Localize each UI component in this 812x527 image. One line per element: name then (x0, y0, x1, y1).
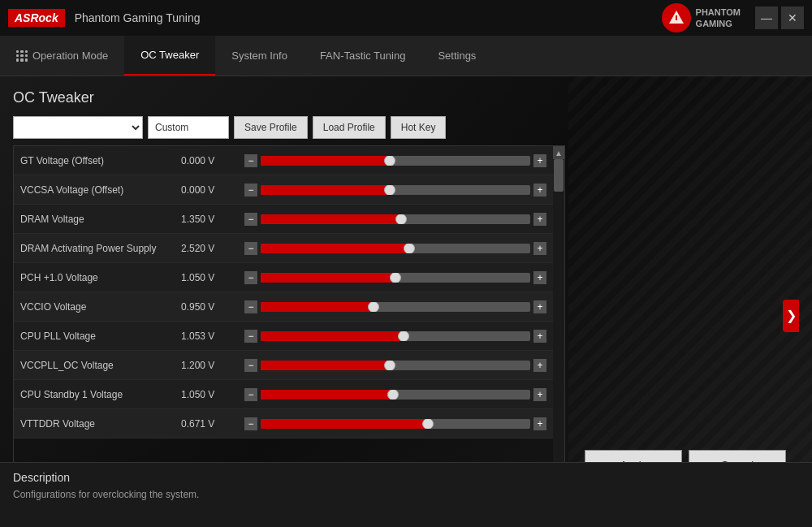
titlebar-right: PHANTOM GAMING — ✕ (662, 3, 804, 32)
table-row: VCCPLL_OC Voltage 1.200 V − + (14, 351, 553, 380)
slider-track[interactable] (261, 214, 530, 224)
tab-oc-tweaker[interactable]: OC Tweaker (124, 36, 215, 76)
table-row: PCH +1.0 Voltage 1.050 V − + (14, 263, 553, 292)
slider-fill (261, 244, 409, 253)
param-name: CPU Standby 1 Voltage (20, 389, 175, 400)
param-value: 1.350 V (181, 214, 238, 225)
slider-plus-button[interactable]: + (533, 300, 546, 313)
slider-minus-button[interactable]: − (244, 213, 257, 226)
slider-container: − + (244, 388, 546, 401)
slider-thumb (404, 244, 415, 253)
slider-track[interactable] (261, 156, 530, 166)
slider-thumb (390, 273, 401, 283)
slider-container: − + (244, 271, 546, 284)
slider-minus-button[interactable]: − (244, 271, 257, 284)
load-profile-button[interactable]: Load Profile (313, 116, 386, 139)
slider-minus-button[interactable]: − (244, 154, 257, 167)
slider-minus-button[interactable]: − (244, 359, 257, 372)
close-button[interactable]: ✕ (781, 6, 804, 29)
toolbar-row: Save Profile Load Profile Hot Key (13, 116, 799, 139)
table-row: VCCSA Voltage (Offset) 0.000 V − + (14, 175, 553, 205)
params-table: GT Voltage (Offset) 0.000 V − + VCCSA Vo… (14, 146, 553, 485)
slider-fill (261, 361, 390, 370)
params-table-container: GT Voltage (Offset) 0.000 V − + VCCSA Vo… (13, 145, 565, 486)
param-value: 0.000 V (181, 184, 238, 196)
slider-plus-button[interactable]: + (533, 359, 546, 372)
param-name: PCH +1.0 Voltage (20, 272, 175, 283)
param-name: DRAM Voltage (20, 214, 175, 225)
slider-container: − + (244, 359, 546, 372)
slider-track[interactable] (261, 419, 530, 429)
slider-fill (261, 185, 390, 195)
slider-minus-button[interactable]: − (244, 242, 257, 255)
window-controls: — ✕ (755, 6, 804, 29)
scroll-up-button[interactable]: ▲ (553, 146, 564, 159)
tab-settings[interactable]: Settings (421, 36, 492, 76)
slider-track[interactable] (261, 390, 530, 400)
slider-plus-button[interactable]: + (533, 154, 546, 167)
table-row: CPU Standby 1 Voltage 1.050 V − + (14, 380, 553, 409)
scroll-thumb (554, 159, 564, 192)
hot-key-button[interactable]: Hot Key (391, 116, 447, 139)
table-row: CPU PLL Voltage 1.053 V − + (14, 322, 553, 351)
slider-track[interactable] (261, 361, 530, 370)
slider-minus-button[interactable]: − (244, 388, 257, 401)
slider-fill (261, 419, 428, 429)
slider-track[interactable] (261, 185, 530, 195)
minimize-button[interactable]: — (755, 6, 778, 29)
slider-fill (261, 214, 401, 224)
slider-plus-button[interactable]: + (533, 242, 546, 255)
right-panel: ❯ Apply Cancel (572, 145, 799, 486)
app-title: Phantom Gaming Tuning (75, 11, 201, 24)
profile-dropdown[interactable] (13, 116, 143, 139)
tab-fan-tuning[interactable]: FAN-Tastic Tuning (304, 36, 422, 76)
slider-container: − + (244, 330, 546, 343)
slider-fill (261, 390, 393, 400)
asrock-logo: ASRock (8, 9, 65, 27)
param-name: GT Voltage (Offset) (20, 155, 175, 166)
slider-plus-button[interactable]: + (533, 271, 546, 284)
slider-track[interactable] (261, 302, 530, 312)
slider-fill (261, 331, 404, 341)
save-profile-button[interactable]: Save Profile (234, 116, 308, 139)
right-arrow-button[interactable]: ❯ (783, 300, 799, 332)
param-value: 0.671 V (181, 418, 238, 430)
slider-minus-button[interactable]: − (244, 184, 257, 197)
main-content: OC Tweaker Save Profile Load Profile Hot… (0, 76, 812, 527)
description-panel: Description Configurations for overclock… (0, 462, 812, 527)
table-row: VCCIO Voltage 0.950 V − + (14, 292, 553, 322)
slider-container: − + (244, 300, 546, 313)
table-row: DRAM Voltage 1.350 V − + (14, 205, 553, 234)
tab-system-info[interactable]: System Info (215, 36, 304, 76)
param-value: 2.520 V (181, 243, 238, 254)
slider-track[interactable] (261, 273, 530, 283)
slider-minus-button[interactable]: − (244, 330, 257, 343)
profile-name-input[interactable] (148, 116, 229, 139)
slider-plus-button[interactable]: + (533, 417, 546, 430)
scrollbar: ▲ ▼ (553, 146, 564, 485)
slider-plus-button[interactable]: + (533, 184, 546, 197)
slider-container: − + (244, 242, 546, 255)
slider-track[interactable] (261, 331, 530, 341)
table-row: GT Voltage (Offset) 0.000 V − + (14, 146, 553, 175)
slider-minus-button[interactable]: − (244, 417, 257, 430)
tab-operation-mode[interactable]: Operation Mode (0, 36, 124, 76)
slider-plus-button[interactable]: + (533, 388, 546, 401)
param-name: VCCSA Voltage (Offset) (20, 184, 175, 196)
param-value: 1.200 V (181, 360, 238, 371)
slider-container: − + (244, 213, 546, 226)
slider-minus-button[interactable]: − (244, 300, 257, 313)
slider-fill (261, 156, 390, 166)
param-name: VTTDDR Voltage (20, 418, 175, 430)
slider-plus-button[interactable]: + (533, 213, 546, 226)
slider-thumb (384, 156, 395, 166)
table-row: DRAM Activating Power Supply 2.520 V − + (14, 234, 553, 263)
section-title: OC Tweaker (13, 89, 799, 106)
nav-bar: Operation Mode OC Tweaker System Info FA… (0, 36, 812, 76)
slider-thumb (395, 214, 407, 224)
slider-track[interactable] (261, 244, 530, 253)
slider-thumb (384, 185, 395, 195)
param-value: 1.050 V (181, 389, 238, 400)
slider-plus-button[interactable]: + (533, 330, 546, 343)
param-name: CPU PLL Voltage (20, 330, 175, 342)
